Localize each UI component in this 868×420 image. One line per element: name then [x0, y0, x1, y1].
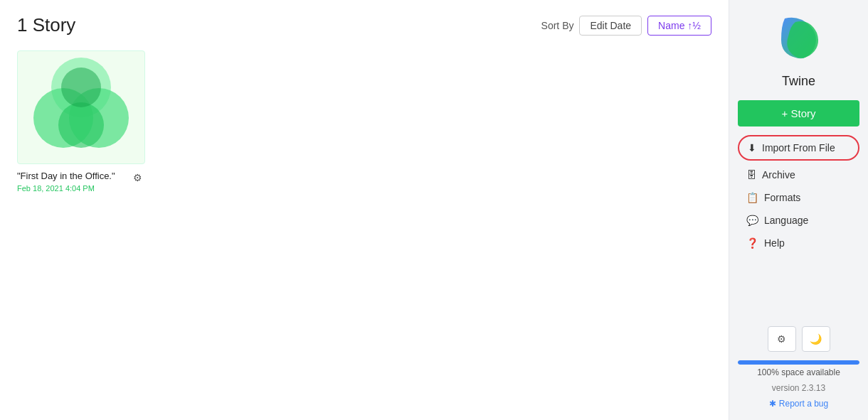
moon-icon: 🌙 — [810, 333, 822, 345]
report-bug-label: Report a bug — [779, 399, 828, 409]
sort-controls: Sort By Edit Date Name ↑½ — [541, 16, 711, 36]
page-title: 1 Story — [17, 14, 75, 36]
story-thumbnail[interactable] — [17, 50, 145, 164]
help-button[interactable]: ❓ Help — [738, 232, 859, 254]
sidebar: Twine + Story ⬇ Import From File 🗄 Archi… — [729, 0, 868, 420]
report-bug-link[interactable]: ✱ Report a bug — [769, 399, 828, 409]
storage-bar-fill — [738, 360, 859, 365]
sort-edit-date-button[interactable]: Edit Date — [579, 16, 642, 36]
help-label: Help — [764, 237, 785, 249]
settings-icon: ⚙ — [777, 333, 786, 345]
dark-mode-button[interactable]: 🌙 — [802, 326, 830, 352]
archive-button[interactable]: 🗄 Archive — [738, 163, 859, 186]
story-date: Feb 18, 2021 4:04 PM — [17, 184, 130, 193]
archive-label: Archive — [762, 169, 795, 181]
sidebar-menu: ⬇ Import From File 🗄 Archive 📋 Formats 💬… — [738, 135, 859, 254]
language-button[interactable]: 💬 Language — [738, 209, 859, 232]
add-story-button[interactable]: + Story — [738, 100, 859, 126]
story-info: "First Day in the Office." Feb 18, 2021 … — [17, 170, 130, 193]
story-name: "First Day in the Office." — [17, 170, 130, 183]
header-row: 1 Story Sort By Edit Date Name ↑½ — [17, 14, 711, 36]
settings-button[interactable]: ⚙ — [768, 326, 796, 352]
sidebar-bottom: ⚙ 🌙 100% space available version 2.3.13 … — [738, 326, 859, 409]
main-content: 1 Story Sort By Edit Date Name ↑½ "F — [0, 0, 729, 420]
formats-button[interactable]: 📋 Formats — [738, 186, 859, 209]
theme-buttons: ⚙ 🌙 — [768, 326, 830, 352]
import-label: Import From File — [762, 142, 835, 154]
archive-icon: 🗄 — [746, 169, 756, 181]
story-gear-button[interactable]: ⚙ — [130, 171, 145, 185]
storage-text: 100% space available — [738, 367, 859, 377]
formats-icon: 📋 — [746, 192, 758, 203]
stories-grid: "First Day in the Office." Feb 18, 2021 … — [17, 50, 711, 193]
story-meta: "First Day in the Office." Feb 18, 2021 … — [17, 170, 145, 193]
storage-bar-container: 100% space available — [738, 360, 859, 377]
bug-icon: ✱ — [769, 399, 776, 409]
help-icon: ❓ — [746, 237, 758, 249]
sort-name-button[interactable]: Name ↑½ — [647, 16, 711, 36]
language-icon: 💬 — [746, 215, 758, 226]
formats-label: Formats — [764, 192, 800, 203]
import-icon: ⬇ — [748, 142, 756, 154]
import-from-file-button[interactable]: ⬇ Import From File — [738, 135, 859, 161]
storage-bar-background — [738, 360, 859, 365]
app-name: Twine — [782, 74, 815, 89]
svg-point-4 — [61, 68, 101, 107]
story-card[interactable]: "First Day in the Office." Feb 18, 2021 … — [17, 50, 145, 193]
version-text: version 2.3.13 — [772, 383, 825, 393]
language-label: Language — [764, 215, 808, 226]
sort-label: Sort By — [541, 20, 574, 31]
twine-logo — [771, 11, 827, 68]
svg-point-3 — [58, 102, 104, 148]
